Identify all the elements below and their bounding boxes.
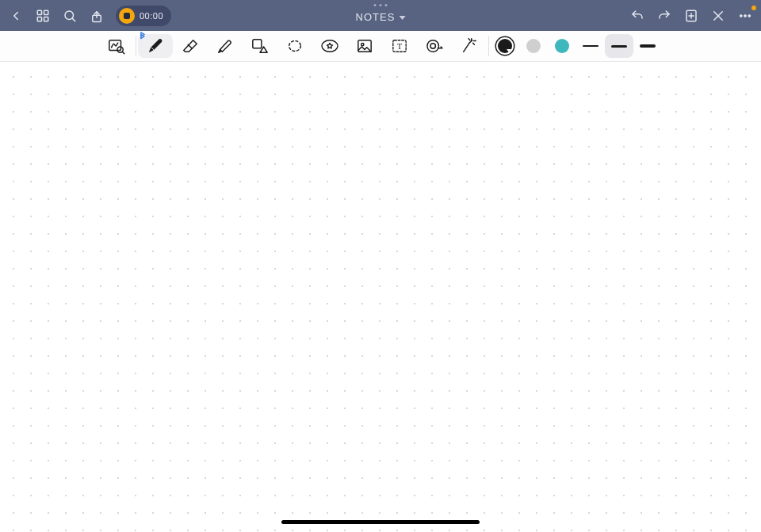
stroke-thin[interactable] [576,34,605,58]
svg-point-13 [740,14,742,17]
svg-point-15 [748,14,751,17]
swatch-circle [526,39,541,53]
elements-tool[interactable] [312,34,347,58]
svg-rect-21 [253,40,262,48]
color-swatch-teal[interactable] [548,34,576,58]
color-swatch-black[interactable] [491,34,519,58]
separator [488,36,489,56]
home-indicator[interactable] [281,520,480,524]
more-button[interactable] [737,8,753,24]
stroke-preview [583,45,598,47]
svg-text:T: T [397,42,402,51]
back-button[interactable] [8,8,24,24]
undo-button[interactable] [629,8,645,24]
titlebar: 00:00 NOTES [0,0,761,31]
image-tool[interactable] [347,34,382,58]
document-title-dropdown[interactable]: NOTES [356,11,406,23]
stroke-thick[interactable] [633,34,662,58]
titlebar-right-group [629,8,753,24]
share-button[interactable] [89,8,105,24]
record-icon [119,8,135,24]
tape-tool[interactable] [417,34,452,58]
stroke-medium[interactable] [605,34,633,58]
svg-point-22 [289,41,301,52]
shapes-tool[interactable] [243,34,277,58]
notification-badge [751,6,756,10]
svg-point-4 [65,11,74,20]
tool-group-main: T [99,34,662,58]
separator [136,36,136,56]
text-tool[interactable]: T [382,34,417,58]
eraser-tool[interactable] [173,34,208,58]
svg-point-23 [322,40,338,52]
svg-point-14 [744,14,747,17]
zoom-writing-tool[interactable] [99,34,134,58]
titlebar-left-group: 00:00 [8,6,171,26]
laser-tool[interactable] [452,34,487,58]
highlighter-tool[interactable] [208,34,243,58]
toolbar: T [0,31,761,62]
chevron-down-icon [399,16,405,20]
svg-line-5 [72,18,75,21]
note-canvas[interactable] [0,62,761,532]
color-swatch-grey[interactable] [519,34,548,58]
pen-tool[interactable] [138,34,173,58]
document-title: NOTES [356,11,396,23]
thumbnails-button[interactable] [35,8,51,24]
add-page-button[interactable] [683,8,699,24]
svg-rect-2 [37,17,41,21]
stroke-preview [640,44,656,48]
chevron-down-icon [507,49,511,52]
svg-rect-1 [44,10,48,14]
svg-line-20 [188,44,192,48]
svg-line-18 [122,52,124,53]
svg-point-29 [430,44,435,48]
svg-point-28 [427,40,439,52]
svg-rect-0 [37,10,41,14]
stroke-preview [611,45,627,48]
bluetooth-icon [139,30,146,44]
lasso-tool[interactable] [277,34,312,58]
svg-point-25 [361,44,364,46]
recording-time: 00:00 [140,11,163,21]
close-button[interactable] [710,8,726,24]
search-button[interactable] [62,8,78,24]
swatch-circle [555,39,569,53]
svg-rect-3 [44,17,48,21]
window-drag-handle[interactable] [374,4,388,6]
redo-button[interactable] [656,8,672,24]
record-button[interactable]: 00:00 [116,6,171,26]
swatch-circle [498,39,512,53]
